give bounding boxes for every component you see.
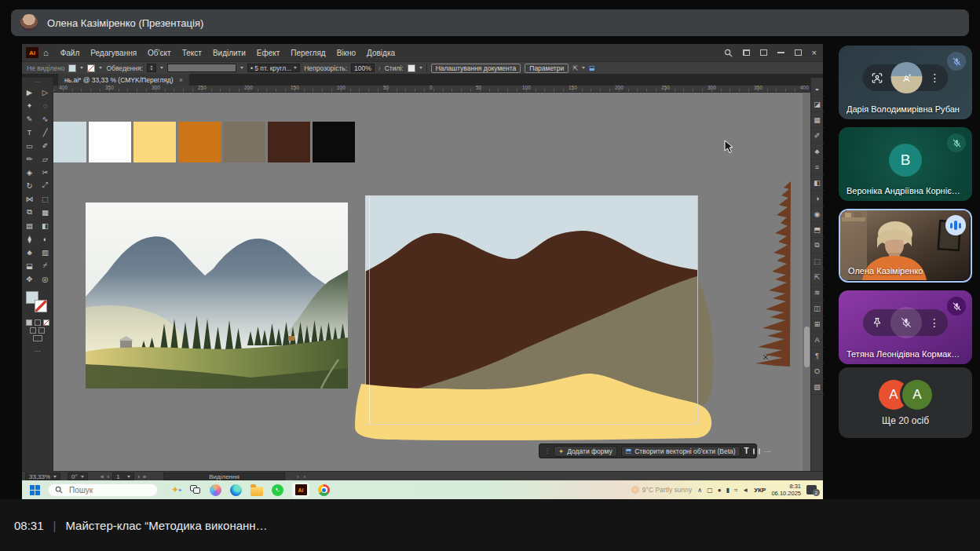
- search-icon[interactable]: [724, 49, 733, 57]
- none-mode-icon[interactable]: [43, 319, 49, 326]
- document-setup-button[interactable]: Налаштування документа: [431, 64, 521, 73]
- chrome-icon[interactable]: [318, 484, 330, 496]
- preferences-button[interactable]: Параметри: [525, 64, 569, 73]
- tool-rotate-icon[interactable]: ↻: [24, 179, 36, 192]
- mic-tray-icon[interactable]: ▮: [726, 487, 730, 494]
- tool-eraser-icon[interactable]: ◈: [24, 166, 36, 178]
- tile-more-options-icon[interactable]: ⋮: [929, 316, 940, 329]
- tool-direct-selection-icon[interactable]: ▷: [39, 86, 52, 98]
- apply-effects-button[interactable]: [891, 62, 923, 93]
- network-icon[interactable]: ≈: [734, 487, 737, 494]
- illustrator-canvas[interactable]: ⋮ ✦ Додати форму ⬒ Створити векторні об'…: [53, 93, 803, 471]
- stroke-caret-icon[interactable]: [99, 67, 102, 69]
- start-button-icon[interactable]: [30, 485, 40, 495]
- menu-object[interactable]: Об'єкт: [142, 49, 177, 57]
- panel-graphic-styles-icon[interactable]: ⬒: [811, 222, 824, 238]
- panel-libraries-icon[interactable]: ▧: [811, 379, 824, 395]
- tool-free-transform-icon[interactable]: ⬚: [39, 192, 52, 205]
- unmute-request-button[interactable]: [890, 307, 922, 338]
- tool-pen-icon[interactable]: ✎: [24, 112, 36, 125]
- color-mode-icon[interactable]: [26, 319, 32, 326]
- gradient-mode-icon[interactable]: [35, 319, 41, 326]
- device-icon[interactable]: ●: [718, 487, 722, 494]
- whatsapp-icon[interactable]: [272, 484, 283, 496]
- tool-line-segment-icon[interactable]: ╱: [39, 126, 52, 138]
- panel-transparency-icon[interactable]: ◑: [811, 191, 824, 206]
- tool-scissors-icon[interactable]: ✂: [39, 166, 52, 178]
- edge-icon[interactable]: [230, 484, 242, 496]
- menu-window[interactable]: Вікно: [331, 49, 361, 57]
- panel-swatches-icon[interactable]: ▦: [811, 112, 824, 128]
- document-tab[interactable]: нь.ai* @ 33,33 % (CMYK/Перегляд) ×: [58, 74, 189, 86]
- tool-lasso-icon[interactable]: ◌: [39, 99, 52, 111]
- menu-select[interactable]: Виділити: [207, 49, 251, 57]
- tool-gradient-icon[interactable]: ◧: [39, 219, 52, 232]
- menu-edit[interactable]: Редагування: [85, 49, 142, 57]
- participant-tile-veronika[interactable]: B Вероніка Андріївна Корніє…: [839, 127, 972, 201]
- language-indicator[interactable]: УКР: [754, 487, 766, 494]
- taskbar-weather[interactable]: 9°C Partly sunny: [631, 486, 692, 494]
- tool-pencil-icon[interactable]: ✏: [24, 152, 36, 165]
- draw-behind-icon[interactable]: [38, 327, 45, 334]
- tool-hand-icon[interactable]: ✥: [24, 272, 36, 285]
- onedrive-icon[interactable]: ▢: [707, 487, 713, 494]
- tool-column-graph-icon[interactable]: ▥: [39, 246, 52, 258]
- isolate-icon[interactable]: ⇱: [572, 64, 578, 72]
- vectorize-button[interactable]: ⬒ Створити векторні об'єкти (Beta): [621, 446, 740, 457]
- tool-blend-icon[interactable]: ◐: [39, 232, 52, 245]
- taskbar-search-input[interactable]: [68, 485, 146, 495]
- menu-view[interactable]: Перегляд: [285, 49, 331, 57]
- participant-tile-olena[interactable]: Олена Казіміренко: [839, 209, 972, 283]
- tool-paintbrush-icon[interactable]: ✐: [39, 139, 52, 151]
- panel-artboards-icon[interactable]: ⬚: [811, 254, 824, 269]
- panel-opentype-icon[interactable]: O: [811, 363, 824, 379]
- stroke-weight-caret-icon[interactable]: [160, 67, 163, 69]
- tool-artboard-icon[interactable]: ⬓: [24, 259, 36, 272]
- tool-symbol-sprayer-icon[interactable]: ♣: [24, 246, 36, 258]
- fill-caret-icon[interactable]: [80, 67, 83, 69]
- restore-icon[interactable]: [795, 49, 802, 56]
- panel-pathfinder-icon[interactable]: ◫: [811, 301, 824, 316]
- last-artboard-icon[interactable]: »: [143, 473, 146, 480]
- chevron-up-icon[interactable]: ∧: [697, 487, 702, 494]
- menu-effect[interactable]: Ефект: [251, 49, 286, 57]
- next-artboard-icon[interactable]: ›: [137, 473, 140, 480]
- panel-align-icon[interactable]: ≋: [811, 285, 824, 301]
- tool-selection-icon[interactable]: ▶: [24, 86, 36, 98]
- arrange-documents-icon[interactable]: [760, 49, 767, 56]
- taskbar-search[interactable]: [48, 483, 158, 497]
- panel-symbols-icon[interactable]: ♣: [811, 144, 824, 159]
- tool-mesh-icon[interactable]: ▤: [24, 219, 36, 232]
- minimize-icon[interactable]: [777, 52, 784, 53]
- stroke-color-swatch[interactable]: [87, 64, 95, 72]
- canvas-scrollbar[interactable]: [803, 93, 810, 471]
- stroke-proxy-swatch[interactable]: [35, 300, 47, 312]
- add-shape-button[interactable]: ✦ Додати форму: [554, 446, 617, 457]
- type-tool-shortcut[interactable]: T: [744, 447, 749, 455]
- tool-scale-icon[interactable]: ⤢: [39, 179, 52, 192]
- artboard-nav-dropdown[interactable]: 1: [112, 473, 134, 480]
- home-icon[interactable]: ⌂: [43, 48, 49, 57]
- close-icon[interactable]: ×: [812, 49, 817, 57]
- panel-paragraph-icon[interactable]: ¶: [811, 348, 824, 363]
- zoom-level-dropdown[interactable]: 33,33%: [25, 473, 60, 480]
- fill-stroke-indicator[interactable]: [24, 290, 51, 318]
- pin-icon[interactable]: [871, 316, 883, 329]
- participant-tile-dariia[interactable]: ⋮ Дарія Володимирівна Рубан: [839, 46, 972, 119]
- volume-icon[interactable]: ◄: [742, 487, 748, 494]
- tab-close-icon[interactable]: ×: [179, 76, 183, 84]
- screen-mode-icon[interactable]: [33, 335, 42, 341]
- toolbar-header[interactable]: ⋯: [22, 78, 53, 84]
- status-prev-icon[interactable]: ‹: [304, 473, 306, 480]
- panel-appearance-icon[interactable]: ◉: [811, 206, 824, 222]
- frame-participant-icon[interactable]: [871, 71, 884, 85]
- panel-gradient-icon[interactable]: ◧: [811, 175, 824, 191]
- menu-help[interactable]: Довідка: [361, 49, 400, 57]
- more-participants-tile[interactable]: A A Ще 20 осіб: [839, 367, 972, 438]
- tool-width-icon[interactable]: ⋈: [24, 192, 36, 205]
- tool-magic-wand-icon[interactable]: ✦: [24, 99, 36, 111]
- participant-tile-tetiana[interactable]: ⋮ Тетяна Леонідівна Кормако…: [839, 290, 972, 364]
- copilot-sparkle-icon[interactable]: ✦✦: [169, 483, 181, 496]
- context-drag-handle[interactable]: ⋮: [544, 447, 550, 454]
- first-artboard-icon[interactable]: «: [101, 473, 104, 480]
